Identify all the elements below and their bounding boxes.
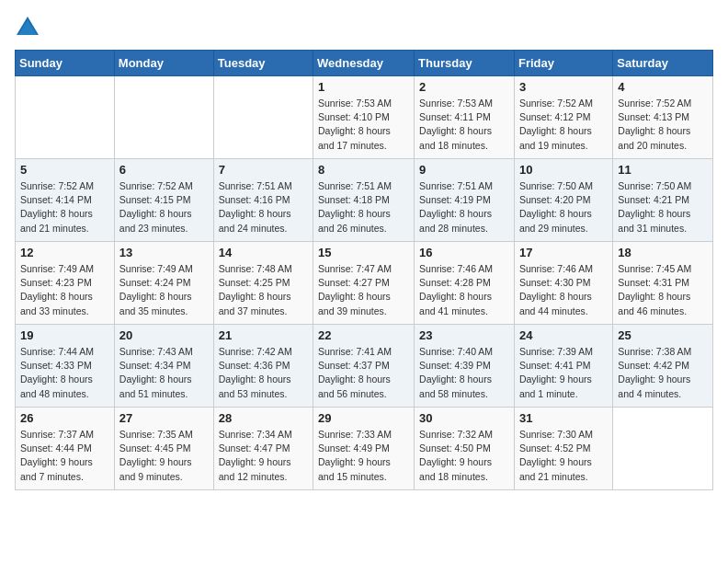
calendar-cell: 23Sunrise: 7:40 AM Sunset: 4:39 PM Dayli… bbox=[415, 325, 515, 408]
day-info: Sunrise: 7:34 AM Sunset: 4:47 PM Dayligh… bbox=[219, 428, 308, 484]
day-number: 14 bbox=[219, 246, 308, 259]
day-info: Sunrise: 7:44 AM Sunset: 4:33 PM Dayligh… bbox=[20, 345, 109, 401]
calendar-cell bbox=[16, 76, 115, 159]
day-header-friday: Friday bbox=[514, 51, 612, 76]
day-number: 2 bbox=[419, 80, 509, 94]
day-info: Sunrise: 7:51 AM Sunset: 4:16 PM Dayligh… bbox=[219, 179, 308, 236]
day-info: Sunrise: 7:43 AM Sunset: 4:34 PM Dayligh… bbox=[119, 345, 209, 401]
calendar-cell: 9Sunrise: 7:51 AM Sunset: 4:19 PM Daylig… bbox=[415, 159, 515, 242]
calendar-cell: 26Sunrise: 7:37 AM Sunset: 4:44 PM Dayli… bbox=[16, 408, 115, 490]
calendar-cell: 14Sunrise: 7:48 AM Sunset: 4:25 PM Dayli… bbox=[213, 242, 313, 325]
day-number: 22 bbox=[318, 328, 409, 342]
calendar-cell: 19Sunrise: 7:44 AM Sunset: 4:33 PM Dayli… bbox=[16, 325, 115, 408]
calendar-table: SundayMondayTuesdayWednesdayThursdayFrid… bbox=[15, 50, 713, 490]
day-number: 5 bbox=[20, 163, 109, 177]
day-number: 17 bbox=[519, 246, 608, 259]
day-number: 25 bbox=[618, 328, 708, 342]
day-info: Sunrise: 7:48 AM Sunset: 4:25 PM Dayligh… bbox=[219, 262, 308, 318]
calendar-cell: 17Sunrise: 7:46 AM Sunset: 4:30 PM Dayli… bbox=[514, 242, 612, 325]
day-info: Sunrise: 7:37 AM Sunset: 4:44 PM Dayligh… bbox=[20, 428, 109, 484]
day-info: Sunrise: 7:50 AM Sunset: 4:21 PM Dayligh… bbox=[618, 179, 708, 236]
day-info: Sunrise: 7:53 AM Sunset: 4:11 PM Dayligh… bbox=[419, 97, 509, 153]
day-number: 10 bbox=[519, 163, 608, 177]
day-number: 4 bbox=[618, 80, 708, 94]
logo-icon bbox=[15, 15, 40, 40]
day-header-monday: Monday bbox=[114, 51, 213, 76]
day-header-saturday: Saturday bbox=[613, 51, 713, 76]
day-info: Sunrise: 7:35 AM Sunset: 4:45 PM Dayligh… bbox=[119, 428, 209, 484]
calendar-cell: 4Sunrise: 7:52 AM Sunset: 4:13 PM Daylig… bbox=[613, 76, 713, 159]
day-info: Sunrise: 7:46 AM Sunset: 4:28 PM Dayligh… bbox=[419, 262, 509, 318]
calendar-cell: 24Sunrise: 7:39 AM Sunset: 4:41 PM Dayli… bbox=[514, 325, 612, 408]
calendar-cell: 27Sunrise: 7:35 AM Sunset: 4:45 PM Dayli… bbox=[114, 408, 213, 490]
calendar-cell: 2Sunrise: 7:53 AM Sunset: 4:11 PM Daylig… bbox=[415, 76, 515, 159]
calendar-week-row: 12Sunrise: 7:49 AM Sunset: 4:23 PM Dayli… bbox=[16, 242, 713, 325]
calendar-cell: 12Sunrise: 7:49 AM Sunset: 4:23 PM Dayli… bbox=[16, 242, 115, 325]
day-number: 24 bbox=[519, 328, 608, 342]
calendar-cell: 21Sunrise: 7:42 AM Sunset: 4:36 PM Dayli… bbox=[213, 325, 313, 408]
day-number: 1 bbox=[318, 80, 409, 94]
calendar-cell: 29Sunrise: 7:33 AM Sunset: 4:49 PM Dayli… bbox=[313, 408, 415, 490]
day-info: Sunrise: 7:32 AM Sunset: 4:50 PM Dayligh… bbox=[419, 428, 509, 484]
calendar-week-row: 19Sunrise: 7:44 AM Sunset: 4:33 PM Dayli… bbox=[16, 325, 713, 408]
day-number: 15 bbox=[318, 246, 409, 259]
calendar-cell: 7Sunrise: 7:51 AM Sunset: 4:16 PM Daylig… bbox=[213, 159, 313, 242]
day-number: 30 bbox=[419, 411, 509, 425]
calendar-cell: 13Sunrise: 7:49 AM Sunset: 4:24 PM Dayli… bbox=[114, 242, 213, 325]
day-number: 21 bbox=[219, 328, 308, 342]
day-info: Sunrise: 7:47 AM Sunset: 4:27 PM Dayligh… bbox=[318, 262, 409, 318]
day-number: 7 bbox=[219, 163, 308, 177]
calendar-cell: 10Sunrise: 7:50 AM Sunset: 4:20 PM Dayli… bbox=[514, 159, 612, 242]
day-number: 16 bbox=[419, 246, 509, 259]
page-header bbox=[15, 15, 713, 40]
day-info: Sunrise: 7:49 AM Sunset: 4:24 PM Dayligh… bbox=[119, 262, 209, 318]
day-info: Sunrise: 7:33 AM Sunset: 4:49 PM Dayligh… bbox=[318, 428, 409, 484]
calendar-cell: 25Sunrise: 7:38 AM Sunset: 4:42 PM Dayli… bbox=[613, 325, 713, 408]
calendar-cell: 3Sunrise: 7:52 AM Sunset: 4:12 PM Daylig… bbox=[514, 76, 612, 159]
day-header-sunday: Sunday bbox=[16, 51, 115, 76]
day-number: 28 bbox=[219, 411, 308, 425]
day-number: 29 bbox=[318, 411, 409, 425]
calendar-cell: 1Sunrise: 7:53 AM Sunset: 4:10 PM Daylig… bbox=[313, 76, 415, 159]
calendar-cell: 15Sunrise: 7:47 AM Sunset: 4:27 PM Dayli… bbox=[313, 242, 415, 325]
day-info: Sunrise: 7:46 AM Sunset: 4:30 PM Dayligh… bbox=[519, 262, 608, 318]
calendar-cell: 18Sunrise: 7:45 AM Sunset: 4:31 PM Dayli… bbox=[613, 242, 713, 325]
day-info: Sunrise: 7:38 AM Sunset: 4:42 PM Dayligh… bbox=[618, 345, 708, 401]
day-info: Sunrise: 7:51 AM Sunset: 4:18 PM Dayligh… bbox=[318, 179, 409, 236]
calendar-header-row: SundayMondayTuesdayWednesdayThursdayFrid… bbox=[16, 51, 713, 76]
day-number: 8 bbox=[318, 163, 409, 177]
calendar-cell: 30Sunrise: 7:32 AM Sunset: 4:50 PM Dayli… bbox=[415, 408, 515, 490]
day-number: 18 bbox=[618, 246, 708, 259]
calendar-cell: 20Sunrise: 7:43 AM Sunset: 4:34 PM Dayli… bbox=[114, 325, 213, 408]
day-number: 11 bbox=[618, 163, 708, 177]
calendar-cell: 5Sunrise: 7:52 AM Sunset: 4:14 PM Daylig… bbox=[16, 159, 115, 242]
day-number: 13 bbox=[119, 246, 209, 259]
calendar-cell: 11Sunrise: 7:50 AM Sunset: 4:21 PM Dayli… bbox=[613, 159, 713, 242]
day-info: Sunrise: 7:51 AM Sunset: 4:19 PM Dayligh… bbox=[419, 179, 509, 236]
calendar-cell: 31Sunrise: 7:30 AM Sunset: 4:52 PM Dayli… bbox=[514, 408, 612, 490]
day-number: 19 bbox=[20, 328, 109, 342]
calendar-week-row: 26Sunrise: 7:37 AM Sunset: 4:44 PM Dayli… bbox=[16, 408, 713, 490]
calendar-cell: 28Sunrise: 7:34 AM Sunset: 4:47 PM Dayli… bbox=[213, 408, 313, 490]
day-info: Sunrise: 7:50 AM Sunset: 4:20 PM Dayligh… bbox=[519, 179, 608, 236]
day-info: Sunrise: 7:39 AM Sunset: 4:41 PM Dayligh… bbox=[519, 345, 608, 401]
day-number: 27 bbox=[119, 411, 209, 425]
day-info: Sunrise: 7:45 AM Sunset: 4:31 PM Dayligh… bbox=[618, 262, 708, 318]
day-number: 26 bbox=[20, 411, 109, 425]
calendar-cell: 6Sunrise: 7:52 AM Sunset: 4:15 PM Daylig… bbox=[114, 159, 213, 242]
calendar-cell bbox=[613, 408, 713, 490]
day-header-tuesday: Tuesday bbox=[213, 51, 313, 76]
day-info: Sunrise: 7:30 AM Sunset: 4:52 PM Dayligh… bbox=[519, 428, 608, 484]
calendar-cell bbox=[114, 76, 213, 159]
calendar-cell bbox=[213, 76, 313, 159]
calendar-cell: 22Sunrise: 7:41 AM Sunset: 4:37 PM Dayli… bbox=[313, 325, 415, 408]
day-number: 9 bbox=[419, 163, 509, 177]
calendar-cell: 16Sunrise: 7:46 AM Sunset: 4:28 PM Dayli… bbox=[415, 242, 515, 325]
day-info: Sunrise: 7:52 AM Sunset: 4:13 PM Dayligh… bbox=[618, 97, 708, 153]
day-info: Sunrise: 7:42 AM Sunset: 4:36 PM Dayligh… bbox=[219, 345, 308, 401]
day-info: Sunrise: 7:53 AM Sunset: 4:10 PM Dayligh… bbox=[318, 97, 409, 153]
day-number: 6 bbox=[119, 163, 209, 177]
day-header-wednesday: Wednesday bbox=[313, 51, 415, 76]
day-info: Sunrise: 7:49 AM Sunset: 4:23 PM Dayligh… bbox=[20, 262, 109, 318]
calendar-week-row: 5Sunrise: 7:52 AM Sunset: 4:14 PM Daylig… bbox=[16, 159, 713, 242]
